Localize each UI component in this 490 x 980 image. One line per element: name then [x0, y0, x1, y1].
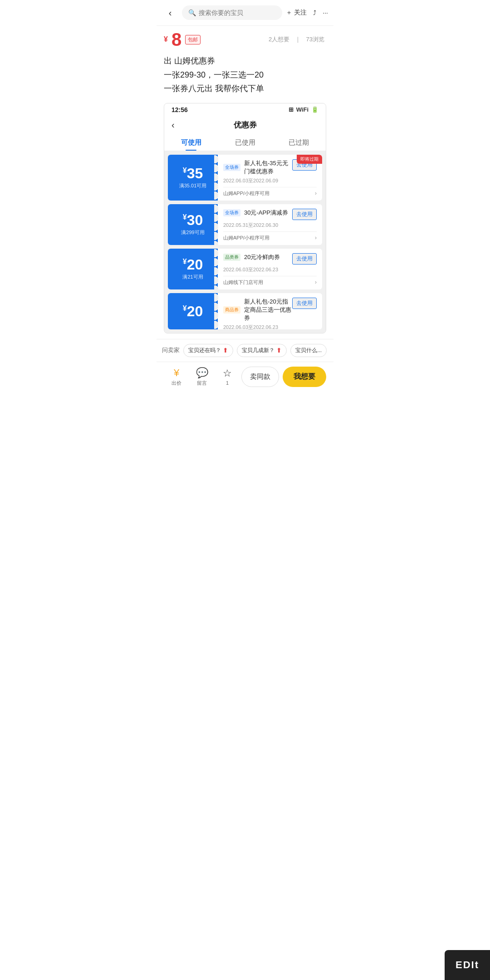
wants-count: 2人想要 — [269, 36, 289, 43]
more-button[interactable]: ··· — [323, 9, 328, 16]
coupon-arrow-3: › — [315, 279, 317, 285]
use-button-2[interactable]: 去使用 — [292, 209, 317, 220]
inner-page-title: 优惠券 — [234, 120, 257, 130]
coupon-top-row-3: 品类券 20元冷鲜肉券 去使用 — [223, 253, 317, 265]
coupon-scope-1: 山姆APP/小程序可用 — [223, 190, 270, 197]
desc-line-3: 一张券八元出 我帮你代下单 — [164, 82, 326, 96]
desc-line-1: 出 山姆优惠券 — [164, 54, 326, 68]
coupon-name-4: 新人礼包-20元指定商品三选一优惠券 — [244, 298, 292, 322]
coupon-right-3: 品类券 20元冷鲜肉券 去使用 2022.06.03至2022.06.23 山姆… — [218, 249, 322, 289]
coupon-date-2: 2022.05.31至2022.06.30 — [223, 222, 317, 229]
share-button[interactable]: ⤴ — [313, 9, 316, 16]
coupon-tags-2: 全场券 30元-APP满减券 — [223, 209, 288, 217]
inner-header: ‹ 优惠券 — [164, 116, 326, 134]
use-button-3[interactable]: 去使用 — [292, 253, 317, 265]
signal-icon: ⊞ — [289, 106, 294, 113]
coupon-name-3: 20元冷鲜肉券 — [244, 253, 280, 261]
coupon-list: ¥35 满35.01可用 全场券 新人礼包-35元无门槛优惠券 去使用 2022… — [164, 151, 326, 333]
coupon-tag-1: 全场券 — [223, 164, 240, 171]
coupon-amount-1: ¥35 — [183, 166, 203, 181]
quick-chip-3[interactable]: 宝贝什么... — [290, 344, 327, 357]
inner-time: 12:56 — [172, 106, 188, 113]
quick-bar-label[interactable]: 问卖家 — [162, 346, 180, 354]
coupon-left-2: ¥30 满299可用 — [168, 204, 218, 245]
coupon-scope-3: 山姆线下门店可用 — [223, 279, 263, 286]
inner-app-screenshot: 12:56 ⊞ WiFi 🔋 ‹ 优惠券 可使用 已使用 已过期 ¥35 — [164, 103, 326, 333]
search-icon: 🔍 — [188, 9, 196, 16]
inner-tabs: 可使用 已使用 已过期 — [164, 134, 326, 151]
coupon-arrow-1: › — [315, 190, 317, 196]
price-stats: 2人想要 ｜ 73浏览 — [267, 35, 326, 44]
coupon-scope-2: 山姆APP/小程序可用 — [223, 235, 270, 241]
price-amount: 8 — [172, 30, 181, 49]
follow-button[interactable]: ＋ 关注 — [286, 9, 307, 17]
sell-same-button[interactable]: 卖同款 — [241, 367, 279, 387]
coupon-arrow-2: › — [315, 235, 317, 241]
coupon-card-4: ¥20 商品券 新人礼包-20元指定商品三选一优惠券 去使用 2022.06.0… — [168, 293, 322, 329]
coupon-right-4: 商品券 新人礼包-20元指定商品三选一优惠券 去使用 2022.06.03至20… — [218, 293, 322, 329]
coupon-scope-row-1[interactable]: 山姆APP/小程序可用 › — [223, 187, 317, 197]
search-input[interactable] — [199, 9, 276, 16]
coupon-condition-2: 满299可用 — [181, 229, 204, 236]
coupon-scope-row-2[interactable]: 山姆APP/小程序可用 › — [223, 231, 317, 241]
coupon-right-2: 全场券 30元-APP满减券 去使用 2022.05.31至2022.06.30… — [218, 204, 322, 245]
wifi-icon: WiFi — [296, 106, 309, 113]
coupon-date-1: 2022.06.03至2022.06.09 — [223, 177, 317, 184]
want-button[interactable]: 我想要 — [283, 367, 326, 387]
coupon-card-1: ¥35 满35.01可用 全场券 新人礼包-35元无门槛优惠券 去使用 2022… — [168, 155, 322, 201]
coupon-left-1: ¥35 满35.01可用 — [168, 155, 218, 201]
tab-expired[interactable]: 已过期 — [272, 134, 326, 151]
plus-icon: ＋ — [286, 9, 292, 17]
price-icon: ¥ — [174, 367, 179, 379]
product-description: 出 山姆优惠券 一张299-30，一张三选一20 一张券八元出 我帮你代下单 — [157, 51, 333, 103]
battery-icon: 🔋 — [311, 106, 318, 113]
quick-chip-1-text: 宝贝还在吗？ — [188, 347, 221, 354]
bottom-bar: ¥ 出价 💬 留言 ☆ 1 卖同款 我想要 — [157, 362, 333, 394]
coupon-condition-3: 满21可用 — [182, 274, 203, 280]
coupon-card-2: ¥30 满299可用 全场券 30元-APP满减券 去使用 2022.05.31… — [168, 204, 322, 245]
top-nav: ‹ 🔍 ＋ 关注 ⤴ ··· — [157, 0, 333, 26]
coupon-scope-row-3[interactable]: 山姆线下门店可用 › — [223, 276, 317, 286]
bottom-message-button[interactable]: 💬 留言 — [189, 367, 215, 387]
coupon-name-2: 30元-APP满减券 — [244, 209, 288, 217]
coupon-tags-3: 品类券 20元冷鲜肉券 — [223, 253, 280, 261]
follow-label: 关注 — [294, 9, 307, 17]
coupon-amount-3: ¥20 — [183, 257, 203, 272]
stats-separator: ｜ — [295, 36, 301, 43]
bottom-message-label: 留言 — [197, 380, 207, 387]
coupon-tags-1: 全场券 新人礼包-35元无门槛优惠券 — [223, 159, 292, 176]
coupon-condition-1: 满35.01可用 — [179, 182, 207, 189]
quick-chip-2-text: 宝贝几成新？ — [242, 347, 274, 354]
inner-status-bar: 12:56 ⊞ WiFi 🔋 — [164, 103, 326, 116]
quick-chip-1[interactable]: 宝贝还在吗？ ⬆ — [183, 344, 233, 357]
use-button-4[interactable]: 去使用 — [292, 298, 317, 309]
bottom-star-count: 1 — [226, 380, 229, 386]
bottom-price-label: 出价 — [172, 380, 181, 387]
message-icon: 💬 — [196, 367, 208, 379]
price-row: ¥ 8 包邮 2人想要 ｜ 73浏览 — [157, 26, 333, 51]
search-bar[interactable]: 🔍 — [182, 5, 282, 20]
back-button[interactable]: ‹ — [162, 5, 178, 21]
quick-bar: 问卖家 宝贝还在吗？ ⬆ 宝贝几成新？ ⬆ 宝贝什么... — [157, 339, 333, 362]
quick-chip-3-text: 宝贝什么... — [295, 347, 322, 354]
coupon-top-row-4: 商品券 新人礼包-20元指定商品三选一优惠券 去使用 — [223, 298, 317, 322]
bottom-price-button[interactable]: ¥ 出价 — [164, 367, 189, 387]
quick-chip-2[interactable]: 宝贝几成新？ ⬆ — [237, 344, 287, 357]
coupon-left-3: ¥20 满21可用 — [168, 249, 218, 289]
tab-available[interactable]: 可使用 — [164, 134, 218, 151]
price-left: ¥ 8 包邮 — [164, 30, 201, 49]
inner-back-button[interactable]: ‹ — [172, 120, 175, 130]
price-symbol: ¥ — [164, 35, 168, 44]
coupon-left-4: ¥20 — [168, 293, 218, 329]
more-icon: ··· — [323, 9, 328, 16]
tab-used[interactable]: 已使用 — [218, 134, 272, 151]
desc-line-2: 一张299-30，一张三选一20 — [164, 68, 326, 82]
bottom-actions: 卖同款 我想要 — [240, 367, 326, 387]
bottom-star-button[interactable]: ☆ 1 — [215, 368, 240, 386]
coupon-tag-2: 全场券 — [223, 209, 240, 216]
coupon-tags-4: 商品券 新人礼包-20元指定商品三选一优惠券 — [223, 298, 292, 322]
coupon-date-4: 2022.06.03至2022.06.23 — [223, 324, 317, 329]
star-icon: ☆ — [223, 368, 232, 379]
expiring-badge-1: 即将过期 — [297, 155, 322, 164]
coupon-tag-4: 商品券 — [223, 306, 240, 314]
